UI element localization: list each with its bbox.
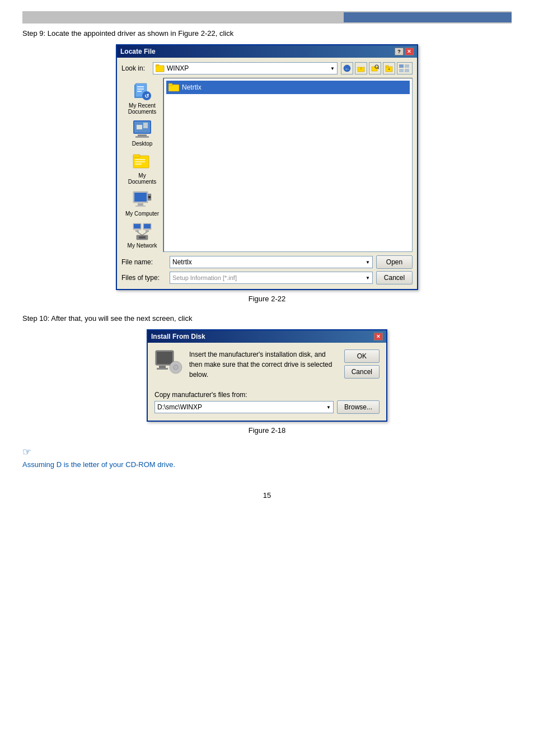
help-button[interactable]: ? (395, 48, 404, 55)
my-computer-label: My Computer (125, 211, 159, 217)
desktop-icon (132, 119, 152, 139)
svg-rect-34 (135, 161, 145, 162)
step9-text: Step 9: Locate the appointed driver as s… (22, 29, 512, 38)
install-titlebar-controls[interactable]: ✕ (374, 333, 383, 340)
svg-rect-39 (135, 206, 146, 207)
step10-text: Step 10: After that, you will see the ne… (22, 314, 512, 323)
install-path-value: D:\smc\WINXP (157, 403, 202, 411)
file-item-netrtlx[interactable]: Netrtlx (166, 81, 410, 94)
svg-rect-43 (134, 224, 140, 228)
svg-text:←: ← (345, 66, 350, 72)
back-icon: ← (343, 64, 351, 72)
file-name-row: File name: Netrtlx ▼ Open (121, 255, 413, 269)
sidebar-item-mynetwork[interactable]: My Network (124, 221, 161, 249)
svg-rect-57 (157, 368, 168, 370)
locate-file-title: Locate File (120, 48, 156, 55)
svg-rect-47 (146, 230, 149, 232)
close-button[interactable]: ✕ (405, 48, 414, 55)
svg-rect-20 (137, 86, 144, 87)
titlebar-controls[interactable]: ? ✕ (395, 48, 414, 55)
svg-rect-21 (137, 88, 144, 90)
note-text: Assuming D is the letter of your CD-ROM … (22, 460, 512, 469)
search-button[interactable] (369, 62, 381, 74)
sidebar-item-desktop[interactable]: Desktop (124, 119, 161, 147)
views-icon: ▼ (399, 64, 410, 72)
svg-rect-16 (405, 69, 409, 72)
my-network-label: My Network (128, 242, 157, 249)
svg-marker-2 (156, 66, 164, 72)
locate-file-dialog: Locate File ? ✕ Look in: WINXP ▼ (116, 44, 418, 290)
svg-text:↺: ↺ (144, 93, 149, 99)
locate-file-body: Look in: WINXP ▼ ← (117, 58, 417, 289)
install-from-disk-dialog: Install From Disk ✕ (147, 329, 387, 422)
recent-docs-icon: ↺ (132, 81, 152, 101)
svg-rect-33 (135, 159, 145, 160)
file-browser[interactable]: Netrtlx (163, 78, 413, 252)
open-button[interactable]: Open (376, 255, 413, 269)
svg-rect-30 (143, 123, 148, 128)
look-in-value: WINXP (167, 64, 189, 72)
views-button[interactable]: ▼ (397, 62, 413, 74)
files-of-type-label: Files of type: (121, 274, 166, 282)
up-folder-button[interactable]: ↑ (355, 62, 367, 74)
svg-rect-46 (144, 224, 151, 228)
svg-point-61 (175, 367, 176, 368)
svg-rect-41 (148, 196, 151, 198)
folder-open-icon (156, 64, 165, 72)
recent-docs-label: My Recent Documents (124, 102, 161, 115)
install-message: Insert the manufacturer's installation d… (189, 349, 338, 380)
svg-rect-35 (135, 164, 142, 165)
install-buttons: OK Cancel (344, 349, 380, 379)
svg-text:+: + (388, 67, 391, 72)
locate-bottom: File name: Netrtlx ▼ Open Files of type:… (121, 255, 413, 284)
file-name-input[interactable]: Netrtlx ▼ (170, 256, 373, 268)
file-item-label: Netrtlx (182, 83, 202, 91)
file-name-value: Netrtlx (172, 258, 192, 266)
svg-rect-14 (399, 69, 404, 72)
back-button[interactable]: ← (341, 62, 353, 74)
svg-rect-28 (135, 136, 149, 138)
cancel-button[interactable]: Cancel (376, 271, 413, 284)
svg-rect-32 (133, 155, 140, 157)
svg-rect-22 (137, 91, 142, 92)
toolbar-row: Look in: WINXP ▼ ← (121, 62, 413, 74)
install-cancel-button[interactable]: Cancel (344, 365, 380, 379)
header-bar-inner (344, 12, 512, 22)
sidebar-item-recent[interactable]: ↺ My Recent Documents (124, 81, 161, 115)
install-path-row: D:\smc\WINXP ▼ Browse... (154, 400, 380, 414)
up-folder-icon: ↑ (357, 64, 365, 72)
install-top: Insert the manufacturer's installation d… (154, 349, 380, 380)
new-folder-icon: + (385, 64, 393, 72)
path-dropdown-arrow-icon: ▼ (326, 405, 331, 410)
svg-rect-51 (139, 236, 146, 239)
locate-file-title-text: Locate File (120, 48, 156, 55)
desktop-label: Desktop (132, 141, 153, 147)
look-in-dropdown[interactable]: WINXP ▼ (153, 62, 338, 74)
toolbar-icons: ← ↑ (341, 62, 413, 74)
svg-rect-7 (372, 67, 377, 71)
note-section: ☞ Assuming D is the letter of your CD-RO… (22, 446, 512, 469)
files-of-type-dropdown[interactable]: Setup Information [*.inf] ▼ (170, 272, 373, 284)
figure-2-18-caption: Figure 2-18 (22, 426, 512, 435)
look-in-label: Look in: (121, 64, 149, 72)
install-copy-label: Copy manufacturer's files from: (154, 391, 380, 399)
new-folder-button[interactable]: + (383, 62, 395, 74)
install-body: Insert the manufacturer's installation d… (148, 343, 386, 421)
file-name-label: File name: (121, 258, 166, 266)
svg-rect-56 (159, 366, 166, 368)
svg-line-9 (378, 68, 380, 69)
sidebar-item-mycomputer[interactable]: My Computer (124, 189, 161, 217)
install-ok-button[interactable]: OK (344, 349, 380, 363)
files-of-type-value: Setup Information [*.inf] (172, 274, 237, 281)
install-path-input[interactable]: D:\smc\WINXP ▼ (154, 401, 334, 413)
svg-rect-38 (138, 203, 143, 206)
files-of-type-row: Files of type: Setup Information [*.inf]… (121, 271, 413, 284)
browse-button[interactable]: Browse... (337, 400, 380, 414)
my-docs-label: My Documents (124, 172, 161, 185)
note-icon: ☞ (22, 446, 512, 458)
svg-rect-13 (399, 64, 404, 68)
figure-2-22-caption: Figure 2-22 (22, 295, 512, 303)
svg-rect-37 (134, 193, 147, 202)
install-close-button[interactable]: ✕ (374, 333, 383, 340)
sidebar-item-mydocs[interactable]: My Documents (124, 151, 161, 185)
